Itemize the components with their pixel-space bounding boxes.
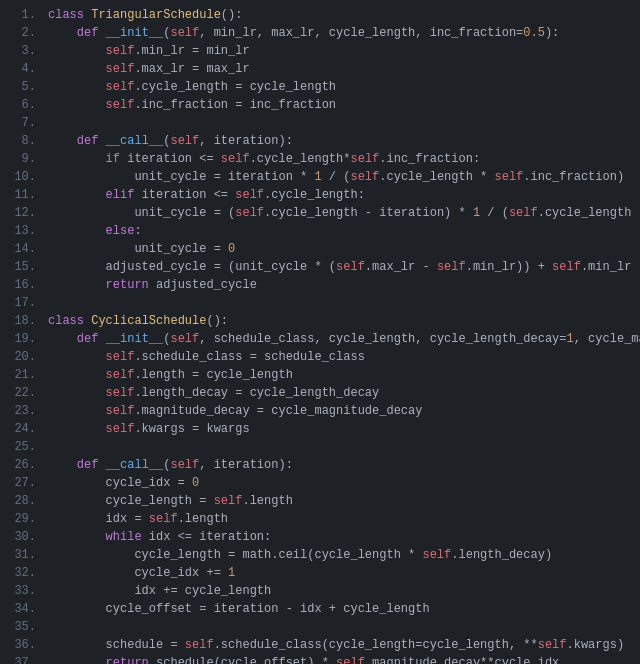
line-number: 37.: [8, 656, 36, 664]
line-number: 20.: [8, 350, 36, 364]
line-number: 15.: [8, 260, 36, 274]
code-line: 10. unit_cycle = iteration * 1 / (self.c…: [0, 170, 640, 188]
code-line: 28. cycle_length = self.length: [0, 494, 640, 512]
line-content: while idx <= iteration:: [48, 530, 632, 544]
code-line: 1.class TriangularSchedule():: [0, 8, 640, 26]
line-content: cycle_length = math.ceil(cycle_length * …: [48, 548, 632, 562]
line-content: else:: [48, 224, 632, 238]
code-line: 6. self.inc_fraction = inc_fraction: [0, 98, 640, 116]
line-number: 5.: [8, 80, 36, 94]
line-number: 4.: [8, 62, 36, 76]
code-line: 22. self.length_decay = cycle_length_dec…: [0, 386, 640, 404]
code-line: 13. else:: [0, 224, 640, 242]
line-number: 33.: [8, 584, 36, 598]
line-content: return adjusted_cycle: [48, 278, 632, 292]
code-line: 20. self.schedule_class = schedule_class: [0, 350, 640, 368]
code-lines: 1.class TriangularSchedule():2. def __in…: [0, 8, 640, 664]
line-content: return schedule(cycle_offset) * self.mag…: [48, 656, 632, 664]
line-content: def __call__(self, iteration):: [48, 458, 632, 472]
code-line: 12. unit_cycle = (self.cycle_length - it…: [0, 206, 640, 224]
line-content: unit_cycle = (self.cycle_length - iterat…: [48, 206, 640, 220]
code-line: 33. idx += cycle_length: [0, 584, 640, 602]
code-line: 19. def __init__(self, schedule_class, c…: [0, 332, 640, 350]
code-line: 21. self.length = cycle_length: [0, 368, 640, 386]
code-line: 32. cycle_idx += 1: [0, 566, 640, 584]
line-number: 27.: [8, 476, 36, 490]
line-number: 18.: [8, 314, 36, 328]
line-number: 26.: [8, 458, 36, 472]
code-line: 26. def __call__(self, iteration):: [0, 458, 640, 476]
line-number: 31.: [8, 548, 36, 562]
code-line: 14. unit_cycle = 0: [0, 242, 640, 260]
code-line: 17.: [0, 296, 640, 314]
code-line: 34. cycle_offset = iteration - idx + cyc…: [0, 602, 640, 620]
line-content: cycle_idx = 0: [48, 476, 632, 490]
line-number: 22.: [8, 386, 36, 400]
line-content: elif iteration <= self.cycle_length:: [48, 188, 632, 202]
line-content: class CyclicalSchedule():: [48, 314, 632, 328]
line-content: cycle_length = self.length: [48, 494, 632, 508]
line-content: adjusted_cycle = (unit_cycle * (self.max…: [48, 260, 632, 274]
code-line: 4. self.max_lr = max_lr: [0, 62, 640, 80]
line-content: self.cycle_length = cycle_length: [48, 80, 632, 94]
line-content: self.inc_fraction = inc_fraction: [48, 98, 632, 112]
line-number: 25.: [8, 440, 36, 454]
code-line: 31. cycle_length = math.ceil(cycle_lengt…: [0, 548, 640, 566]
line-number: 17.: [8, 296, 36, 310]
line-content: def __init__(self, schedule_class, cycle…: [48, 332, 640, 346]
code-line: 30. while idx <= iteration:: [0, 530, 640, 548]
code-line: 25.: [0, 440, 640, 458]
line-number: 7.: [8, 116, 36, 130]
line-number: 21.: [8, 368, 36, 382]
line-number: 14.: [8, 242, 36, 256]
code-line: 27. cycle_idx = 0: [0, 476, 640, 494]
code-line: 7.: [0, 116, 640, 134]
line-content: unit_cycle = iteration * 1 / (self.cycle…: [48, 170, 632, 184]
code-line: 29. idx = self.length: [0, 512, 640, 530]
line-content: def __init__(self, min_lr, max_lr, cycle…: [48, 26, 632, 40]
line-content: self.length_decay = cycle_length_decay: [48, 386, 632, 400]
line-number: 3.: [8, 44, 36, 58]
line-content: schedule = self.schedule_class(cycle_len…: [48, 638, 632, 652]
line-number: 2.: [8, 26, 36, 40]
line-number: 28.: [8, 494, 36, 508]
code-line: 18.class CyclicalSchedule():: [0, 314, 640, 332]
line-content: def __call__(self, iteration):: [48, 134, 632, 148]
code-line: 5. self.cycle_length = cycle_length: [0, 80, 640, 98]
line-content: self.max_lr = max_lr: [48, 62, 632, 76]
line-number: 36.: [8, 638, 36, 652]
line-content: self.magnitude_decay = cycle_magnitude_d…: [48, 404, 632, 418]
line-content: if iteration <= self.cycle_length*self.i…: [48, 152, 632, 166]
code-editor: 1.class TriangularSchedule():2. def __in…: [0, 0, 640, 664]
line-number: 13.: [8, 224, 36, 238]
line-number: 10.: [8, 170, 36, 184]
line-number: 8.: [8, 134, 36, 148]
code-line: 9. if iteration <= self.cycle_length*sel…: [0, 152, 640, 170]
code-line: 15. adjusted_cycle = (unit_cycle * (self…: [0, 260, 640, 278]
line-content: self.min_lr = min_lr: [48, 44, 632, 58]
line-number: 1.: [8, 8, 36, 22]
code-line: 36. schedule = self.schedule_class(cycle…: [0, 638, 640, 656]
line-content: self.length = cycle_length: [48, 368, 632, 382]
code-line: 2. def __init__(self, min_lr, max_lr, cy…: [0, 26, 640, 44]
line-number: 32.: [8, 566, 36, 580]
line-number: 30.: [8, 530, 36, 544]
line-content: cycle_offset = iteration - idx + cycle_l…: [48, 602, 632, 616]
line-content: unit_cycle = 0: [48, 242, 632, 256]
line-content: self.schedule_class = schedule_class: [48, 350, 632, 364]
line-content: class TriangularSchedule():: [48, 8, 632, 22]
code-line: 37. return schedule(cycle_offset) * self…: [0, 656, 640, 664]
code-line: 23. self.magnitude_decay = cycle_magnitu…: [0, 404, 640, 422]
line-number: 9.: [8, 152, 36, 166]
line-number: 24.: [8, 422, 36, 436]
code-line: 3. self.min_lr = min_lr: [0, 44, 640, 62]
line-number: 6.: [8, 98, 36, 112]
line-number: 11.: [8, 188, 36, 202]
code-line: 16. return adjusted_cycle: [0, 278, 640, 296]
line-number: 35.: [8, 620, 36, 634]
line-number: 19.: [8, 332, 36, 346]
line-number: 34.: [8, 602, 36, 616]
code-line: 35.: [0, 620, 640, 638]
line-content: idx += cycle_length: [48, 584, 632, 598]
line-number: 29.: [8, 512, 36, 526]
